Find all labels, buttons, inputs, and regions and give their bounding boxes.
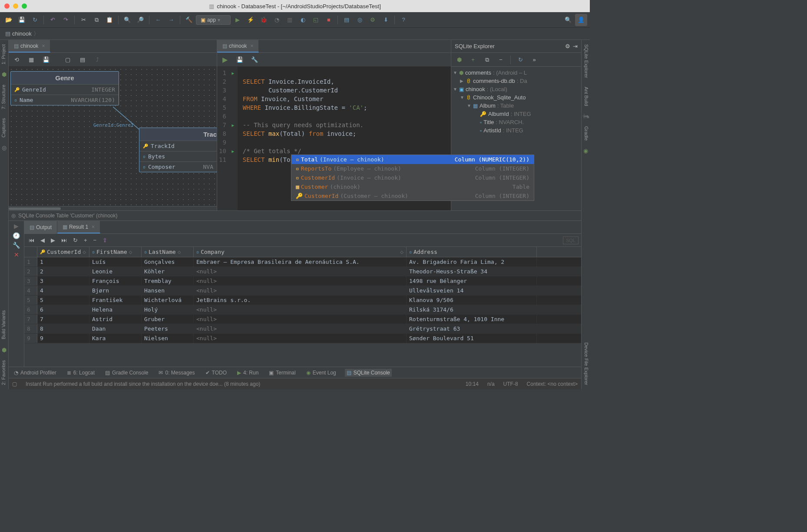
more-icon[interactable]: »	[528, 54, 540, 66]
variant-icon[interactable]: ⬢	[0, 344, 8, 356]
sync-icon[interactable]: ↻	[29, 14, 41, 26]
captures-tab[interactable]: Captures	[0, 114, 8, 142]
paste-icon[interactable]: 📋	[103, 14, 116, 26]
save-icon[interactable]: 💾	[16, 14, 28, 26]
build-icon[interactable]: 🔨	[183, 14, 195, 26]
table-node-track[interactable]: Trac 🔑TrackId ▫Bytes ▫ComposerNVA	[139, 128, 217, 172]
run-icon[interactable]: ▶	[232, 14, 244, 26]
tree-node[interactable]: 🔑AlbumId: INTEG	[451, 110, 581, 118]
sqlite-console-tab[interactable]: ▤SQLite Console	[345, 369, 392, 377]
undo-icon[interactable]: ↶	[46, 14, 59, 26]
close-tab-icon[interactable]: ×	[250, 43, 253, 49]
ant-build-tab[interactable]: Ant Build	[582, 82, 590, 110]
tree-node[interactable]: ▼▣chinook: (Local)	[451, 85, 581, 93]
coverage-icon[interactable]: ▥	[284, 14, 296, 26]
favorites-tab[interactable]: 2: Favorites	[0, 356, 8, 389]
autocomplete-item[interactable]: ▫Total (Invoice – chinook)Column (NUMERI…	[291, 155, 534, 164]
table-row[interactable]: 77AstridGruber<null>Rotenturmstraße 4, 1…	[24, 315, 581, 324]
table-row[interactable]: 55FrantišekWichterlováJetBrains s.r.o.Kl…	[24, 296, 581, 305]
layout-inspector-icon[interactable]: ▤	[341, 14, 353, 26]
grid-icon[interactable]: ▦	[25, 54, 37, 66]
terminal-tab[interactable]: ▣Terminal	[267, 369, 297, 377]
avd-manager-icon[interactable]: ◎	[354, 14, 366, 26]
logcat-tab[interactable]: ≣6: Logcat	[65, 369, 96, 377]
profile-icon[interactable]: ◔	[271, 14, 283, 26]
encoding[interactable]: UTF-8	[503, 381, 518, 387]
forward-icon[interactable]: →	[165, 14, 177, 26]
context[interactable]: Context: <no context>	[527, 381, 578, 387]
run-configuration-select[interactable]: ▣app ▾	[196, 15, 231, 25]
project-tab[interactable]: 1: Project	[0, 40, 8, 69]
export-icon[interactable]: ⇪	[101, 236, 109, 244]
code-editor[interactable]: 1234567891011 ▶ ▶ ▶ SELECT Invoice.Invoi…	[217, 67, 451, 210]
downloads-icon[interactable]: ⬇	[380, 14, 392, 26]
event-log-tab[interactable]: ◉Event Log	[304, 369, 338, 377]
replace-icon[interactable]: 🔎	[134, 14, 146, 26]
breadcrumb-item[interactable]: ▤ chinook 〉	[3, 29, 42, 39]
next-page-icon[interactable]: ▶	[49, 236, 57, 244]
find-icon[interactable]: 🔍	[121, 14, 133, 26]
table-row[interactable]: 22LeonieKöhler<null>Theodor-Heuss-Straße…	[24, 267, 581, 276]
prev-page-icon[interactable]: ◀	[39, 236, 46, 244]
layout-icon[interactable]: ⟲	[10, 54, 23, 66]
sdk-manager-icon[interactable]: ⚙	[367, 14, 379, 26]
duplicate-icon[interactable]: ⧉	[481, 54, 493, 66]
gradle-tab[interactable]: Gradle	[582, 122, 590, 145]
table-row[interactable]: 88DaanPeeters<null>Grétrystraat 63	[24, 324, 581, 334]
gradle-icon[interactable]: ◉	[582, 145, 590, 157]
save-diagram-icon[interactable]: 💾	[40, 54, 52, 66]
build-variants-tab[interactable]: Build Variants	[0, 306, 8, 344]
device-explorer-tab[interactable]: Device File Explorer	[582, 338, 590, 389]
status-icon[interactable]: ▢	[12, 381, 17, 387]
stop-icon[interactable]: ■	[323, 14, 335, 26]
autocomplete-item[interactable]: ▦Customer (chinook)Table	[291, 182, 534, 191]
tree-node[interactable]: ▼⬢comments: (Android – L	[451, 69, 581, 77]
output-tab[interactable]: ▤Output	[24, 221, 57, 233]
autocomplete-item[interactable]: 🔑CustomerId (Customer – chinook)Column (…	[291, 191, 534, 200]
redo-icon[interactable]: ↷	[60, 14, 72, 26]
save-icon[interactable]: 💾	[234, 54, 246, 66]
tree-node[interactable]: ▼🛢Chinook_Sqlite_Auto	[451, 93, 581, 102]
remove-row-icon[interactable]: −	[92, 236, 99, 244]
close-tab-icon[interactable]: ×	[92, 224, 95, 230]
table-icon[interactable]: ▤	[76, 54, 89, 66]
run-tab[interactable]: ▶4: Run	[235, 369, 260, 377]
diagram-tab[interactable]: ▤ chinook ×	[9, 40, 50, 53]
table-row[interactable]: 33FrançoisTremblay<null>1498 rue Bélange…	[24, 276, 581, 286]
close-window-button[interactable]	[4, 3, 10, 9]
reload-icon[interactable]: ↻	[71, 236, 79, 244]
back-icon[interactable]: ←	[152, 14, 164, 26]
remove-icon[interactable]: −	[495, 54, 507, 66]
minimize-window-button[interactable]	[13, 3, 18, 9]
zoom-window-button[interactable]	[22, 3, 27, 9]
h-scrollbar[interactable]	[9, 206, 217, 210]
table-row[interactable]: 44BjørnHansen<null>Ullevålsveien 14	[24, 286, 581, 296]
capture-icon[interactable]: ◎	[0, 142, 8, 154]
android-icon[interactable]: ⬢	[0, 69, 8, 80]
debug-icon[interactable]: 🐞	[258, 14, 270, 26]
hide-icon[interactable]: ⇥	[573, 43, 578, 49]
help-icon[interactable]: ?	[397, 14, 410, 26]
refresh-icon[interactable]: ↻	[514, 54, 526, 66]
search-everywhere-icon[interactable]: 🔍	[562, 14, 574, 26]
table-row[interactable]: 66HelenaHolý<null>Rilská 3174/6	[24, 305, 581, 315]
settings-icon[interactable]: 🔧	[248, 54, 261, 66]
copy-icon[interactable]: ⧉	[90, 14, 103, 26]
apply-changes-icon[interactable]: ⚡	[245, 14, 257, 26]
table-node-genre[interactable]: Genre 🔑GenreIdINTEGER ▫NameNVARCHAR(120)	[10, 71, 119, 105]
result-tab[interactable]: ▦Result 1 ×	[57, 221, 100, 233]
add-row-icon[interactable]: +	[82, 236, 89, 244]
autocomplete-item[interactable]: ▫CustomerId (Invoice – chinook)Column (I…	[291, 173, 534, 182]
last-page-icon[interactable]: ⏭	[60, 236, 69, 244]
messages-tab[interactable]: ✉0: Messages	[157, 369, 196, 377]
android-profiler-tab[interactable]: ◔Android Profiler	[12, 369, 58, 377]
editor-tab[interactable]: ▤ chinook ×	[217, 40, 259, 53]
close-tab-icon[interactable]: ×	[42, 43, 45, 49]
activity-icon[interactable]: ◱	[310, 14, 322, 26]
open-icon[interactable]: 📂	[3, 14, 15, 26]
android-source-icon[interactable]: ⬢	[453, 54, 465, 66]
first-page-icon[interactable]: ⏮	[27, 236, 36, 244]
todo-tab[interactable]: ✔TODO	[204, 369, 228, 377]
table-row[interactable]: 99KaraNielsen<null>Sønder Boulevard 51	[24, 334, 581, 343]
result-grid[interactable]: 🔑CustomerId ◇ ▫FirstName ◇ ▫LastName ◇ ▫…	[24, 247, 581, 367]
